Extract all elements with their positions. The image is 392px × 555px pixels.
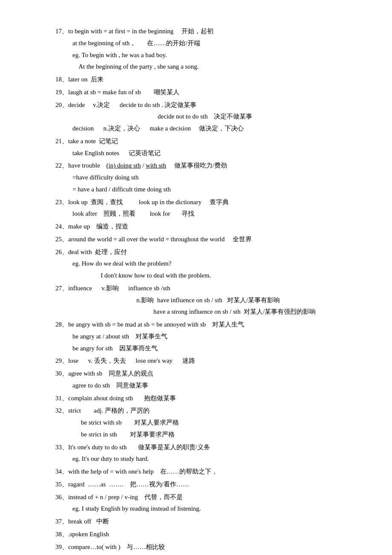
entry-39: 39、compare…to( with ) 与……相比较: [55, 541, 349, 553]
entry-35: 35、ragard ……as ……. 把……视为/看作……: [55, 479, 349, 491]
make-a-decision-text: make a decision: [150, 125, 191, 132]
entry-30: 30、agree with sb 同意某人的观点 agree to do sth…: [55, 368, 349, 392]
entry-33: 33、It's one's duty to do sth 做某事是某人的职责/义…: [55, 442, 349, 465]
entry-17: 17、to begin with = at first = in the beg…: [55, 26, 349, 73]
entry-31: 31、complain about doing sth 抱怨做某事: [55, 393, 349, 405]
entry-27: 27、influence v.影响 influence sb /sth n.影响…: [55, 283, 349, 318]
entry-26: 26、deal with 处理，应付 eg. How do we deal wi…: [55, 246, 349, 282]
entry-38: 38、.spoken English: [55, 529, 349, 541]
main-content: 17、to begin with = at first = in the beg…: [55, 26, 349, 555]
entry-29: 29、lose v. 丢失，失去 lose one's way 迷路: [55, 355, 349, 367]
entry-25: 25、around the world = all over the world…: [55, 234, 349, 246]
entry-37: 37、break off 中断: [55, 516, 349, 528]
entry-28: 28、be angry with sb = be mad at sb = be …: [55, 319, 349, 354]
entry-24: 24、make up 编造，捏造: [55, 221, 349, 233]
entry-19: 19、laugh at sb = make fun of sb 嘲笑某人: [55, 87, 349, 98]
entry-20: 20、decide v.决定 decide to do sth . 决定做某事 …: [55, 99, 349, 135]
entry-32: 32、strict adj. 严格的，严厉的 be strict with sb…: [55, 405, 349, 440]
entry-34: 34、with the help of = with one's help 在……: [55, 466, 349, 478]
entry-23: 23、look up 查阅，查找 look up in the dictiona…: [55, 197, 349, 220]
entry-18: 18、later on 后来: [55, 74, 349, 86]
entry-22: 22、have trouble (in) doing sth / with st…: [55, 160, 349, 195]
entry-21: 21、take a note 记笔记 take English notes 记英…: [55, 136, 349, 159]
entry-36: 36、instead of + n / prep / v-ing 代替，而不是 …: [55, 491, 349, 515]
